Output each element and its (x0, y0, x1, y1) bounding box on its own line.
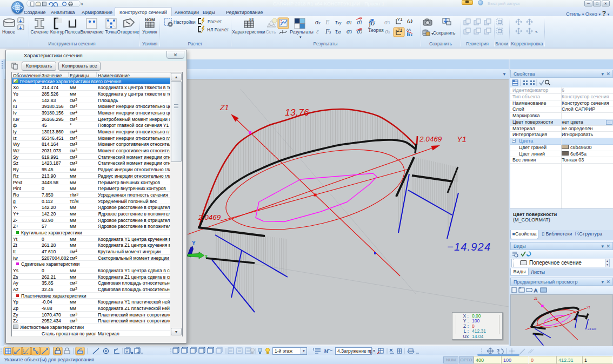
svg-text:Y: Y (192, 240, 196, 246)
svg-text:−14.924: −14.924 (447, 241, 491, 253)
svg-text:2.0469: 2.0469 (198, 213, 221, 221)
svg-text:Y1: Y1 (587, 306, 590, 309)
svg-text:-14.924: -14.924 (587, 327, 596, 331)
svg-text:Z1: Z1 (534, 297, 537, 300)
svg-text:M: M (323, 348, 329, 354)
svg-text:2.0469: 2.0469 (419, 135, 442, 143)
svg-text:x: x (205, 253, 208, 259)
svg-text:13.76: 13.76 (285, 107, 309, 118)
svg-text:Y1: Y1 (457, 135, 467, 144)
svg-text:A: A (534, 288, 537, 293)
svg-text:Z1: Z1 (219, 103, 229, 112)
svg-text:▾: ▾ (535, 30, 537, 33)
